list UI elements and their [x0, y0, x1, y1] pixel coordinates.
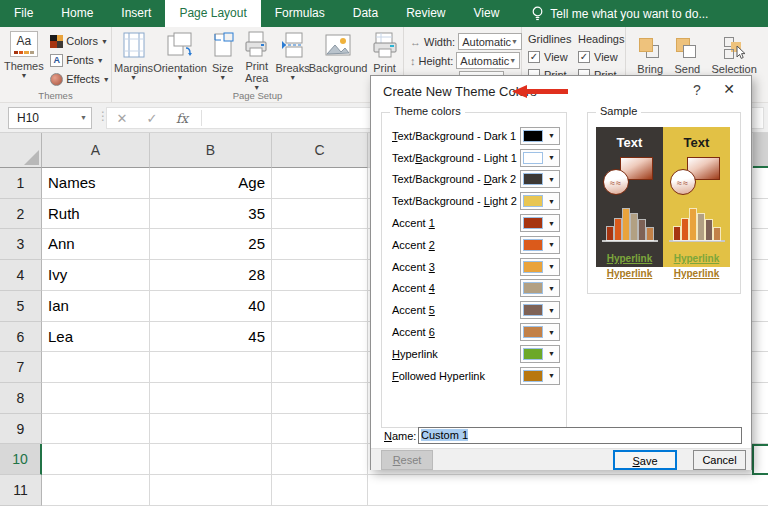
theme-color-dropdown-3[interactable]: ▼	[520, 192, 560, 210]
dropdown-caret-icon: ▼	[548, 198, 555, 205]
active-cell-h10-fragment[interactable]	[752, 444, 768, 475]
cell-c9[interactable]	[272, 414, 368, 445]
cell-b5[interactable]: 40	[150, 291, 272, 322]
save-button[interactable]: Save	[613, 450, 677, 470]
select-all-button[interactable]	[0, 133, 42, 168]
row-header-7[interactable]: 7	[0, 352, 42, 383]
tab-file[interactable]: File	[0, 0, 47, 27]
width-dropdown[interactable]: Automatic▼	[458, 33, 522, 50]
dialog-close-button[interactable]: ✕	[720, 81, 738, 97]
cell-b6[interactable]: 45	[150, 322, 272, 353]
column-header-c[interactable]: C	[272, 133, 368, 168]
cell-b7[interactable]	[150, 352, 272, 383]
row-header-11[interactable]: 11	[0, 475, 42, 506]
cell-a6[interactable]: Lea	[42, 322, 150, 353]
cell-c10[interactable]	[272, 444, 368, 475]
row-header-4[interactable]: 4	[0, 260, 42, 291]
theme-color-dropdown-8[interactable]: ▼	[520, 301, 560, 319]
tab-review[interactable]: Review	[392, 0, 459, 27]
confirm-entry-icon[interactable]: ✓	[137, 111, 167, 126]
cell-a10[interactable]	[42, 444, 150, 475]
cancel-entry-icon[interactable]: ✕	[107, 111, 137, 126]
column-header-b[interactable]: B	[150, 133, 272, 168]
tab-insert[interactable]: Insert	[107, 0, 165, 27]
row-header-3[interactable]: 3	[0, 229, 42, 260]
cell-b10[interactable]	[150, 444, 272, 475]
theme-color-row-10: Hyperlink▼	[392, 343, 560, 365]
cell-c8[interactable]	[272, 383, 368, 414]
row-header-9[interactable]: 9	[0, 414, 42, 445]
orientation-button[interactable]: Orientation▼	[153, 27, 207, 89]
size-button[interactable]: Size▼	[207, 27, 238, 89]
themes-button[interactable]: Aa Themes ▼	[4, 27, 44, 89]
cell-rest-11[interactable]	[368, 475, 768, 506]
cancel-button[interactable]: Cancel	[693, 450, 746, 470]
active-column-header-fragment[interactable]	[753, 133, 768, 168]
name-box-dropdown-icon[interactable]: ▼	[80, 108, 87, 128]
cell-c3[interactable]	[272, 229, 368, 260]
theme-color-dropdown-4[interactable]: ▼	[520, 214, 560, 232]
cell-c7[interactable]	[272, 352, 368, 383]
dialog-help-button[interactable]: ?	[689, 82, 705, 98]
row-header-2[interactable]: 2	[0, 199, 42, 230]
reset-button[interactable]: Reset	[381, 450, 433, 470]
headings-view-checkbox[interactable]: ✓View	[578, 48, 624, 66]
cell-c11[interactable]	[272, 475, 368, 506]
cell-a3[interactable]: Ann	[42, 229, 150, 260]
cell-c6[interactable]	[272, 322, 368, 353]
cell-c2[interactable]	[272, 199, 368, 230]
background-button[interactable]: Background	[310, 27, 366, 89]
insert-function-icon[interactable]: fx	[167, 111, 197, 126]
theme-color-dropdown-2[interactable]: ▼	[520, 170, 560, 188]
name-box[interactable]: H10▼	[8, 107, 92, 129]
breaks-button[interactable]: Breaks▼	[275, 27, 310, 89]
column-header-a[interactable]: A	[42, 133, 150, 168]
theme-color-row-11: Followed Hyperlink▼	[392, 365, 560, 387]
cell-c1[interactable]	[272, 168, 368, 199]
theme-color-dropdown-5[interactable]: ▼	[520, 236, 560, 254]
row-header-1[interactable]: 1	[0, 168, 42, 199]
theme-color-dropdown-10[interactable]: ▼	[520, 345, 560, 363]
row-header-10[interactable]: 10	[0, 444, 42, 475]
print-area-button[interactable]: Print Area▼	[238, 27, 275, 89]
tab-view[interactable]: View	[460, 0, 514, 27]
cell-a8[interactable]	[42, 383, 150, 414]
theme-name-input[interactable]: Custom 1	[418, 427, 742, 444]
cell-a2[interactable]: Ruth	[42, 199, 150, 230]
cell-a7[interactable]	[42, 352, 150, 383]
cell-b11[interactable]	[150, 475, 272, 506]
theme-fonts-button[interactable]: A Fonts▼	[50, 51, 109, 70]
theme-color-dropdown-7[interactable]: ▼	[520, 279, 560, 297]
tab-data[interactable]: Data	[339, 0, 392, 27]
theme-effects-button[interactable]: Effects▼	[50, 70, 109, 89]
theme-color-dropdown-11[interactable]: ▼	[520, 367, 560, 385]
cell-a11[interactable]	[42, 475, 150, 506]
cell-a1[interactable]: Names	[42, 168, 150, 199]
tab-home[interactable]: Home	[47, 0, 107, 27]
theme-color-dropdown-9[interactable]: ▼	[520, 323, 560, 341]
cell-b8[interactable]	[150, 383, 272, 414]
tab-page-layout[interactable]: Page Layout	[165, 0, 260, 27]
tab-formulas[interactable]: Formulas	[261, 0, 339, 27]
cell-c5[interactable]	[272, 291, 368, 322]
tell-me-box[interactable]: Tell me what you want to do...	[531, 0, 708, 27]
cell-c4[interactable]	[272, 260, 368, 291]
cell-b1[interactable]: Age	[150, 168, 272, 199]
theme-color-dropdown-1[interactable]: ▼	[520, 149, 560, 167]
cell-b3[interactable]: 25	[150, 229, 272, 260]
cell-b9[interactable]	[150, 414, 272, 445]
cell-a5[interactable]: Ian	[42, 291, 150, 322]
gridlines-view-checkbox[interactable]: ✓View	[528, 48, 572, 66]
row-header-6[interactable]: 6	[0, 322, 42, 353]
cell-a4[interactable]: Ivy	[42, 260, 150, 291]
cell-b4[interactable]: 28	[150, 260, 272, 291]
cell-b2[interactable]: 35	[150, 199, 272, 230]
theme-colors-button[interactable]: Colors▼	[50, 32, 109, 51]
theme-color-dropdown-0[interactable]: ▼	[520, 127, 560, 145]
height-dropdown[interactable]: Automatic▼	[456, 52, 520, 69]
margins-button[interactable]: Margins▼	[114, 27, 153, 89]
theme-color-dropdown-6[interactable]: ▼	[520, 258, 560, 276]
cell-a9[interactable]	[42, 414, 150, 445]
row-header-8[interactable]: 8	[0, 383, 42, 414]
row-header-5[interactable]: 5	[0, 291, 42, 322]
